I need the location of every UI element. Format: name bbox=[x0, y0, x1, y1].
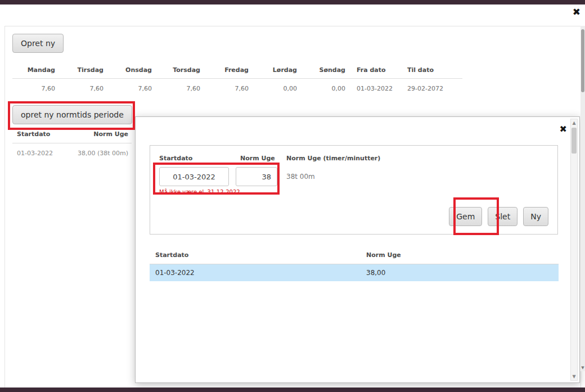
column-header-fra-dato: Fra dato bbox=[351, 62, 402, 79]
column-header-mandag: Mandag bbox=[12, 62, 61, 79]
column-header-sondag: Søndag bbox=[303, 62, 351, 79]
cell-fra-dato: 01-03-2022 bbox=[351, 79, 402, 99]
column-header-lordag: Lørdag bbox=[254, 62, 303, 79]
period-list-row[interactable]: 01-03-2022 38,00 (38t 00m) bbox=[12, 143, 132, 163]
validation-message: Må ikke være el. 31-12-2022 bbox=[159, 189, 240, 195]
column-header-torsdag: Torsdag bbox=[158, 62, 206, 79]
startdato-input[interactable] bbox=[159, 167, 229, 186]
cell-til-dato: 29-02-2072 bbox=[402, 79, 462, 99]
week-hours-table: Mandag Tirsdag Onsdag Torsdag Fredag Lør… bbox=[12, 62, 462, 98]
column-header-onsdag: Onsdag bbox=[109, 62, 158, 79]
scrollbar-thumb[interactable] bbox=[572, 128, 577, 154]
norm-uge-hint-value: 38t 00m bbox=[286, 173, 315, 181]
dialog-table-header-row: Startdato Norm Uge bbox=[150, 246, 559, 264]
column-header-norm-uge: Norm Uge bbox=[361, 246, 559, 264]
dialog-scrollbar[interactable]: ▲ ▼ bbox=[570, 119, 578, 381]
slet-button[interactable]: Slet bbox=[488, 207, 518, 226]
column-header-startdato: Startdato bbox=[17, 130, 50, 138]
window-bottom-bar bbox=[0, 388, 585, 392]
opret-ny-button[interactable]: Opret ny bbox=[12, 34, 64, 53]
scrollbar-thumb[interactable] bbox=[581, 29, 584, 92]
cell-torsdag: 7,60 bbox=[158, 79, 206, 99]
column-header-startdato: Startdato bbox=[150, 246, 361, 264]
period-list-header-row: Startdato Norm Uge bbox=[12, 128, 132, 143]
dialog-table-row-selected[interactable]: 01-03-2022 38,00 bbox=[150, 264, 559, 282]
cell-lordag: 0,00 bbox=[254, 79, 303, 99]
normtid-form-panel: Startdato Norm Uge Norm Uge (timer/minut… bbox=[150, 145, 558, 235]
page-scrollbar[interactable]: ▼ bbox=[580, 26, 585, 371]
startdato-label: Startdato bbox=[159, 155, 192, 162]
column-header-norm-uge: Norm Uge bbox=[93, 130, 128, 138]
cell-norm-uge: 38,00 (38t 00m) bbox=[78, 150, 128, 157]
cell-tirsdag: 7,60 bbox=[61, 79, 109, 99]
cell-fredag: 7,60 bbox=[206, 79, 254, 99]
cell-norm-uge: 38,00 bbox=[361, 264, 559, 282]
scroll-down-icon[interactable]: ▼ bbox=[580, 366, 585, 370]
gem-button[interactable]: Gem bbox=[449, 207, 482, 226]
normtid-dialog-table: Startdato Norm Uge 01-03-2022 38,00 bbox=[150, 246, 559, 281]
cell-mandag: 7,60 bbox=[12, 79, 61, 99]
norm-uge-input[interactable] bbox=[236, 167, 277, 186]
scroll-up-icon[interactable]: ▲ bbox=[571, 120, 577, 125]
week-table-header-row: Mandag Tirsdag Onsdag Torsdag Fredag Lør… bbox=[12, 62, 462, 79]
column-header-tirsdag: Tirsdag bbox=[61, 62, 109, 79]
close-icon[interactable]: ✖ bbox=[573, 7, 580, 17]
ny-button[interactable]: Ny bbox=[523, 207, 548, 226]
norm-uge-hint-label: Norm Uge (timer/minutter) bbox=[286, 155, 380, 162]
normtid-dialog: ✖ Startdato Norm Uge Norm Uge (timer/min… bbox=[135, 116, 580, 383]
form-button-row: Gem Slet Ny bbox=[449, 207, 548, 226]
window-top-bar bbox=[0, 0, 585, 4]
cell-sondag: 0,00 bbox=[303, 79, 351, 99]
scroll-down-icon[interactable]: ▼ bbox=[571, 374, 577, 379]
column-header-til-dato: Til dato bbox=[402, 62, 462, 79]
close-icon[interactable]: ✖ bbox=[560, 125, 567, 134]
week-hours-row[interactable]: 7,60 7,60 7,60 7,60 7,60 0,00 0,00 01-03… bbox=[12, 79, 462, 99]
normtid-period-list: Startdato Norm Uge 01-03-2022 38,00 (38t… bbox=[12, 128, 132, 163]
column-header-fredag: Fredag bbox=[206, 62, 254, 79]
cell-startdato: 01-03-2022 bbox=[17, 150, 53, 157]
opret-normtid-periode-button[interactable]: opret ny normtids periode bbox=[12, 105, 132, 124]
norm-uge-label: Norm Uge bbox=[240, 155, 275, 162]
cell-startdato: 01-03-2022 bbox=[150, 264, 361, 282]
cell-onsdag: 7,60 bbox=[109, 79, 158, 99]
